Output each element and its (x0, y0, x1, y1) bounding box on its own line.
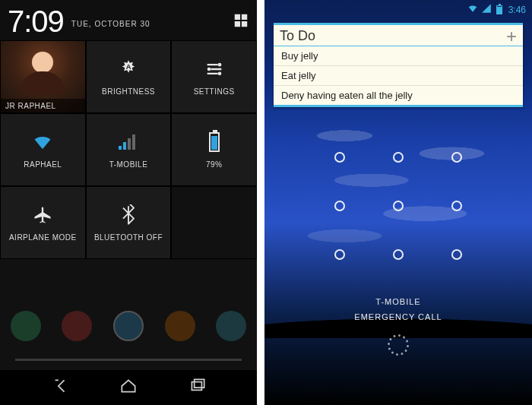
loading-spinner-icon (388, 335, 408, 355)
signal-status-icon (481, 3, 492, 17)
quick-settings-grid: JR RAPHAEL A BRIGHTNESS SETTINGS RAPHAEL… (0, 40, 257, 259)
tile-bluetooth-label: BLUETOOTH OFF (94, 233, 163, 242)
todo-item[interactable]: Deny having eaten all the jelly (274, 85, 523, 105)
airplane-icon (32, 204, 53, 226)
svg-rect-5 (195, 379, 204, 388)
home-button[interactable] (119, 376, 138, 399)
status-bar: 7:09 TUE, OCTOBER 30 (0, 0, 257, 40)
svg-text:A: A (126, 63, 131, 71)
pattern-dot[interactable] (369, 182, 428, 230)
todo-item[interactable]: Buy jelly (274, 46, 523, 65)
carrier-label: T-MOBILE (264, 297, 532, 306)
tile-airplane[interactable]: AIRPLANE MODE (0, 186, 86, 259)
tile-battery[interactable]: 79% (171, 113, 257, 186)
svg-rect-4 (192, 382, 201, 391)
tile-wifi[interactable]: RAPHAEL (0, 113, 86, 186)
tile-cellular-label: T-MOBILE (109, 160, 148, 169)
wifi-status-icon (467, 3, 478, 17)
todo-item[interactable]: Eat jelly (274, 65, 523, 85)
tile-settings-label: SETTINGS (194, 87, 235, 96)
settings-icon (204, 59, 225, 80)
bluetooth-icon (118, 204, 139, 226)
add-todo-icon[interactable]: + (506, 29, 517, 44)
tile-wifi-label: RAPHAEL (24, 160, 62, 169)
tile-brightness[interactable]: A BRIGHTNESS (86, 40, 172, 113)
dimmed-home-screen (0, 259, 257, 370)
todo-widget-title: To Do (280, 28, 506, 44)
quick-settings-screen: 7:09 TUE, OCTOBER 30 JR RAPHAEL A BRIGHT… (0, 0, 257, 405)
todo-list: Buy jelly Eat jelly Deny having eaten al… (274, 46, 523, 105)
tile-empty (171, 186, 257, 259)
pattern-dot[interactable] (369, 230, 428, 279)
pattern-dot[interactable] (427, 182, 486, 230)
clock-time: 7:09 (8, 5, 64, 39)
tile-settings[interactable]: SETTINGS (171, 40, 257, 113)
battery-icon (209, 131, 220, 153)
tile-cellular[interactable]: T-MOBILE (86, 113, 172, 186)
pattern-dot[interactable] (311, 230, 369, 279)
panel-drag-handle[interactable] (15, 359, 242, 361)
pattern-dot[interactable] (311, 182, 369, 230)
svg-point-1 (217, 62, 221, 66)
clock-date: TUE, OCTOBER 30 (71, 20, 150, 28)
pattern-dot[interactable] (427, 133, 486, 182)
pattern-lock[interactable] (311, 133, 486, 279)
tile-user-label: JR RAPHAEL (1, 99, 85, 112)
tile-bluetooth[interactable]: BLUETOOTH OFF (86, 186, 172, 259)
tile-brightness-label: BRIGHTNESS (102, 87, 155, 96)
svg-point-2 (207, 67, 211, 71)
battery-status-icon (496, 5, 502, 14)
svg-point-3 (217, 71, 221, 75)
quick-settings-toggle-icon[interactable] (233, 12, 249, 32)
emergency-call-button[interactable]: EMERGENCY CALL (264, 312, 532, 321)
status-time: 3:46 (508, 5, 526, 15)
todo-widget[interactable]: To Do + Buy jelly Eat jelly Deny having … (274, 23, 523, 107)
tile-battery-label: 79% (206, 160, 223, 169)
signal-icon (119, 131, 138, 153)
wifi-icon (32, 131, 53, 153)
back-button[interactable] (49, 376, 69, 399)
tile-user[interactable]: JR RAPHAEL (0, 40, 86, 113)
tile-airplane-label: AIRPLANE MODE (9, 233, 77, 242)
navigation-bar (0, 370, 257, 405)
pattern-dot[interactable] (369, 133, 428, 182)
lock-screen: 3:46 To Do + Buy jelly Eat jelly Deny ha… (264, 0, 532, 405)
pattern-dot[interactable] (311, 133, 369, 182)
recents-button[interactable] (188, 376, 207, 399)
brightness-icon: A (118, 59, 139, 80)
status-bar: 3:46 (264, 0, 532, 17)
pattern-dot[interactable] (427, 230, 486, 279)
